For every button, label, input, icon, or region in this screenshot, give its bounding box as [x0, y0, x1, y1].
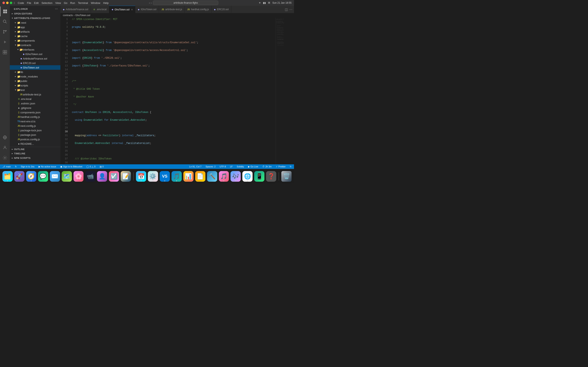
menu-file[interactable]: File: [27, 1, 31, 4]
tree-item-pkglock[interactable]: {} package-lock.json: [10, 128, 61, 133]
bitbucket-status[interactable]: ▣ Sign in to Bitbucket: [60, 164, 83, 169]
tree-item-gitignore[interactable]: ■ .gitignore: [10, 106, 61, 110]
settings-icon[interactable]: [0, 153, 10, 163]
tree-item-readme[interactable]: ■ README...: [10, 142, 61, 146]
dock-help[interactable]: ❓: [266, 171, 276, 182]
tree-item-ghotoken[interactable]: ◆ GhoToken.sol: [10, 65, 61, 70]
dock-contacts[interactable]: 👤: [97, 171, 107, 182]
dock-finder[interactable]: 🗂️: [2, 171, 13, 182]
minimize-button[interactable]: [6, 2, 9, 4]
split-editor-icon[interactable]: ◫: [285, 8, 288, 11]
dock-numbers[interactable]: 📊: [183, 171, 194, 182]
dock-chrome[interactable]: 🌐: [242, 171, 252, 182]
dock-trash[interactable]: 🗑️: [281, 171, 292, 182]
tree-item-postcss[interactable]: JS postcss.config.js: [10, 137, 61, 142]
dock-mail[interactable]: ✉️: [50, 171, 60, 182]
menu-run[interactable]: Run: [70, 1, 75, 4]
tree-item-arttributefinance[interactable]: ◆ ArttributeFinance.sol: [10, 56, 61, 61]
tree-item-components[interactable]: ► 📁 components: [10, 38, 61, 43]
tree-item-nextconfig[interactable]: JS next.config.js: [10, 124, 61, 128]
tab-ighotoken[interactable]: ◆ IGhoToken.sol: [135, 6, 159, 13]
errors-status[interactable]: ◯ 0 △ 0: [86, 164, 96, 169]
tab-ghotoken[interactable]: ◆ GhoToken.sol ×: [109, 6, 136, 13]
dock-sysprefs[interactable]: ⚙️: [148, 171, 158, 182]
language-status[interactable]: Solidity: [236, 164, 245, 169]
encoding-status[interactable]: UTF-8: [219, 164, 227, 169]
section-npm[interactable]: ► NPM SCRIPTS: [10, 156, 61, 160]
dock-messages[interactable]: 💬: [38, 171, 48, 182]
tree-item-componentsjson[interactable]: {} components.json: [10, 110, 61, 115]
jira-status[interactable]: Sign in to Jira: [20, 164, 35, 169]
tab-env[interactable]: ⚙ .env.local: [91, 6, 109, 13]
tree-item-public[interactable]: ► 📁 public: [10, 79, 61, 83]
no-issue-status[interactable]: ▶ No active issue: [38, 164, 57, 169]
menu-view[interactable]: View: [55, 1, 61, 4]
code-editor[interactable]: // SPDX-License-Identifier: MIT pragma s…: [70, 17, 276, 164]
dock-music[interactable]: 🎵: [219, 171, 229, 182]
spaces-status[interactable]: Spaces: 2: [205, 164, 216, 169]
sidebar-more-icon[interactable]: ⋯: [55, 7, 58, 11]
tree-item-scripts[interactable]: ► 📁 scripts: [10, 83, 61, 88]
tree-item-ighotoken[interactable]: ◆ IGhoToken.sol: [10, 52, 61, 56]
back-button[interactable]: ‹: [149, 1, 150, 4]
feedback-status[interactable]: ↻: [289, 164, 292, 169]
dock-itunes[interactable]: 🎵: [172, 171, 182, 182]
dock-spotify[interactable]: 🎶: [231, 171, 241, 182]
dock-notes[interactable]: 📝: [121, 171, 131, 182]
tab-erc20[interactable]: ◆ ERC20.sol: [212, 6, 231, 13]
line-ending-status[interactable]: LF: [229, 164, 233, 169]
tree-item-test[interactable]: ▼ 📂 test: [10, 88, 61, 92]
tree-item-node-modules[interactable]: ► 📁 node_modules: [10, 74, 61, 79]
tree-item-next[interactable]: ► 📁 .next: [10, 20, 61, 25]
apple-menu[interactable]: : [14, 1, 15, 4]
golive-status[interactable]: ▶ Go Live: [247, 164, 259, 169]
dock-maps[interactable]: 🗺️: [62, 171, 72, 182]
dock-whatsapp[interactable]: 📱: [254, 171, 264, 182]
section-outline[interactable]: ► OUTLINE: [10, 147, 61, 151]
more-tabs-icon[interactable]: ⋯: [289, 8, 292, 11]
tree-item-pkg[interactable]: {} package.json: [10, 133, 61, 137]
accounts-icon[interactable]: [0, 143, 10, 152]
dock-reminders[interactable]: ☑️: [109, 171, 119, 182]
tab-ghotoken-close[interactable]: ×: [131, 8, 133, 11]
dock-pages[interactable]: 📄: [195, 171, 205, 182]
menu-help[interactable]: Help: [103, 1, 109, 4]
tab-hardhat[interactable]: JS hardhat.config.js: [185, 6, 212, 13]
tree-item-lib[interactable]: ► 📁 lib: [10, 70, 61, 74]
dock-vscode[interactable]: VS: [160, 171, 170, 182]
search-input[interactable]: [153, 1, 218, 5]
sync-status[interactable]: ↻: [14, 164, 17, 169]
menu-edit[interactable]: Edit: [34, 1, 39, 4]
tab-test[interactable]: JS arttribute-test.js: [159, 6, 185, 13]
tree-item-hardhat[interactable]: JS hardhat.config.js: [10, 115, 61, 119]
menu-terminal[interactable]: Terminal: [78, 1, 88, 4]
menu-window[interactable]: Window: [91, 1, 100, 4]
tree-item-erc20[interactable]: ◆ ERC20.sol: [10, 61, 61, 65]
explorer-icon[interactable]: [0, 7, 10, 16]
dock-facetime[interactable]: 📹: [85, 171, 95, 182]
tree-item-test-file[interactable]: JS arttribute-test.js: [10, 92, 61, 97]
tree-item-cache[interactable]: ► 📁 cache: [10, 34, 61, 38]
tree-item-envlocal[interactable]: ⚙ .env.local: [10, 97, 61, 101]
breadcrumb-contracts[interactable]: contracts: [63, 14, 73, 17]
source-control-icon[interactable]: [0, 27, 10, 37]
breadcrumb-file[interactable]: GhoToken.sol: [75, 14, 90, 17]
dock-xcode[interactable]: 🔨: [207, 171, 217, 182]
dock-calendar[interactable]: 📅: [136, 171, 146, 182]
run-debug-icon[interactable]: [0, 37, 10, 47]
port-status[interactable]: ▤ 0: [99, 164, 104, 169]
tree-item-nextenv[interactable]: TS next-env.d.ts: [10, 119, 61, 124]
tree-item-interfaces[interactable]: ▼ 📂 interfaces: [10, 47, 61, 52]
dock-photos[interactable]: 🌸: [73, 171, 84, 182]
notification-icon[interactable]: ☀: [259, 1, 261, 4]
search-activity-icon[interactable]: [0, 17, 10, 26]
dock-safari[interactable]: 🧭: [26, 171, 36, 182]
menu-selection[interactable]: Selection: [42, 1, 52, 4]
tree-item-contracts[interactable]: ▼ 📂 contracts: [10, 43, 61, 47]
tree-item-app[interactable]: ► 📁 app: [10, 25, 61, 29]
menu-go[interactable]: Go: [64, 1, 67, 4]
tree-item-artifacts[interactable]: ► 📁 artifacts: [10, 29, 61, 34]
close-button[interactable]: [2, 2, 5, 4]
maximize-button[interactable]: [10, 2, 12, 4]
section-open-editors[interactable]: ► OPEN EDITORS: [10, 11, 61, 16]
